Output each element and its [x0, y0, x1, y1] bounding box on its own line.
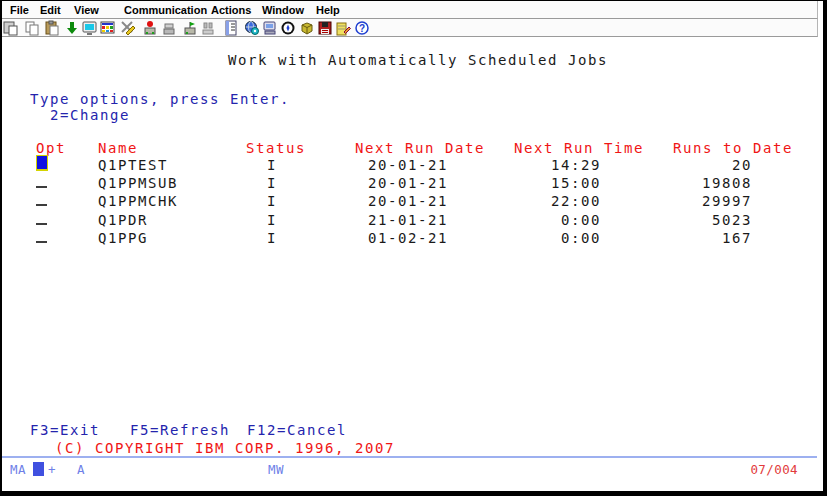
prompt-text: Type options, press Enter. [30, 91, 290, 108]
column-header-next_run_date: Next Run Date [355, 140, 485, 157]
job-next-run-time: 0:00 [531, 230, 601, 247]
menu-communication[interactable]: Communication [124, 4, 207, 16]
package-icon[interactable] [299, 20, 315, 36]
column-header-name: Name [98, 140, 138, 157]
job-name: Q1PPG [98, 230, 148, 247]
connect-plain-icon[interactable] [161, 20, 177, 36]
job-status: I [267, 157, 277, 174]
web-settings-icon[interactable] [244, 20, 260, 36]
menu-file[interactable]: File [10, 4, 29, 16]
menu-window[interactable]: Window [262, 4, 304, 16]
status-plus: + [48, 462, 56, 477]
job-name: Q1PDR [98, 212, 148, 229]
job-next-run-time: 14:29 [531, 157, 601, 174]
status-separator [2, 456, 817, 458]
save-disk-icon[interactable] [317, 20, 333, 36]
job-next-run-date: 21-01-21 [368, 212, 448, 229]
option-input[interactable] [36, 223, 47, 225]
job-runs-to-date: 19808 [682, 175, 752, 192]
menu-actions[interactable]: Actions [211, 4, 251, 16]
job-name: Q1PPMCHK [98, 193, 178, 210]
menu-help[interactable]: Help [316, 4, 340, 16]
color-mapping-icon[interactable] [100, 20, 116, 36]
screenshot: { "window": { "menu": ["File","Edit","Vi… [0, 0, 827, 496]
copy-screen-icon[interactable] [3, 20, 19, 36]
menu-edit[interactable]: Edit [40, 4, 61, 16]
job-next-run-date: 01-02-21 [368, 230, 448, 247]
option-input[interactable] [36, 204, 47, 206]
job-runs-to-date: 29997 [682, 193, 752, 210]
status-mode: A [77, 462, 85, 477]
session-notes-icon[interactable] [224, 20, 240, 36]
cursor-block[interactable] [36, 155, 48, 171]
fkey-refresh: F5=Refresh [130, 422, 230, 439]
help-icon[interactable]: ? [354, 20, 370, 36]
disconnect-icon[interactable] [200, 20, 216, 36]
terminal-screen: Work with Automatically Scheduled Jobs T… [2, 38, 823, 456]
job-runs-to-date: 20 [682, 157, 752, 174]
save-session-icon[interactable] [262, 20, 278, 36]
status-cursor-position: 07/004 [750, 462, 798, 477]
job-name: Q1PPMSUB [98, 175, 178, 192]
job-next-run-date: 20-01-21 [368, 193, 448, 210]
column-header-status: Status [246, 140, 306, 157]
toolbar: ? [2, 19, 818, 37]
job-next-run-time: 0:00 [531, 212, 601, 229]
option-input[interactable] [36, 186, 47, 188]
job-next-run-time: 15:00 [531, 175, 601, 192]
receive-file-icon[interactable] [64, 20, 80, 36]
status-bar: MA + A MW 07/004 [2, 459, 823, 477]
macro-record-icon[interactable] [280, 20, 296, 36]
column-header-next_run_time: Next Run Time [514, 140, 644, 157]
option-input[interactable] [36, 241, 47, 243]
option-help: 2=Change [50, 107, 130, 124]
job-status: I [267, 230, 277, 247]
screen-title: Work with Automatically Scheduled Jobs [228, 52, 608, 69]
connect-flag-icon[interactable] [182, 20, 198, 36]
status-system: MA [10, 462, 26, 477]
svg-text:?: ? [359, 23, 365, 34]
menu-view[interactable]: View [74, 4, 99, 16]
fkey-cancel: F12=Cancel [247, 422, 347, 439]
menu-bar: FileEditViewCommunicationActionsWindowHe… [2, 1, 818, 19]
job-status: I [267, 193, 277, 210]
connect-marked-icon[interactable] [142, 20, 158, 36]
display-session-icon[interactable] [82, 20, 98, 36]
status-message: MW [268, 462, 284, 477]
column-header-runs_to_date: Runs to Date [673, 140, 793, 157]
status-cursor-block [33, 462, 44, 476]
keyboard-setup-icon[interactable] [120, 20, 136, 36]
job-next-run-date: 20-01-21 [368, 175, 448, 192]
emulator-window: FileEditViewCommunicationActionsWindowHe… [2, 1, 823, 491]
job-runs-to-date: 5023 [682, 212, 752, 229]
job-next-run-time: 22:00 [531, 193, 601, 210]
paste-icon[interactable] [44, 20, 60, 36]
job-next-run-date: 20-01-21 [368, 157, 448, 174]
job-runs-to-date: 167 [682, 230, 752, 247]
fkey-exit: F3=Exit [30, 422, 100, 439]
job-status: I [267, 175, 277, 192]
copyright-text: (C) COPYRIGHT IBM CORP. 1996, 2007 [55, 440, 395, 457]
job-status: I [267, 212, 277, 229]
copy-icon[interactable] [24, 20, 40, 36]
job-name: Q1PTEST [98, 157, 168, 174]
notepad-edit-icon[interactable] [335, 20, 351, 36]
